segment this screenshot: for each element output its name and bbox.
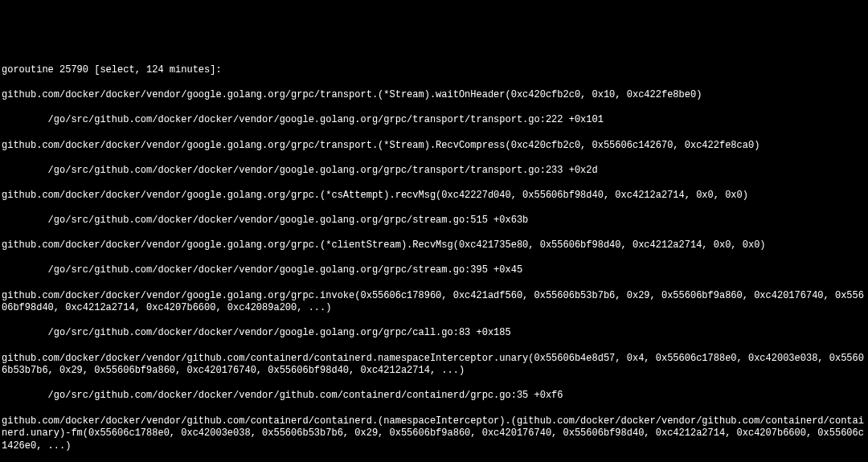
stack-line: github.com/docker/docker/vendor/google.g… [2, 89, 866, 102]
stack-line: /go/src/github.com/docker/docker/vendor/… [2, 327, 866, 340]
terminal-output: goroutine 25790 [select, 124 minutes]: g… [2, 51, 866, 462]
stack-line: github.com/docker/docker/vendor/github.c… [2, 415, 866, 453]
stack-line: /go/src/github.com/docker/docker/vendor/… [2, 264, 866, 277]
stack-line: github.com/docker/docker/vendor/google.g… [2, 140, 866, 153]
stack-line: github.com/docker/docker/vendor/google.g… [2, 239, 866, 252]
stack-line: github.com/docker/docker/vendor/github.c… [2, 353, 866, 378]
stack-line: /go/src/github.com/docker/docker/vendor/… [2, 215, 866, 227]
stack-line: /go/src/github.com/docker/docker/vendor/… [2, 390, 866, 403]
stack-line: /go/src/github.com/docker/docker/vendor/… [2, 165, 866, 178]
goroutine-header: goroutine 25790 [select, 124 minutes]: [2, 64, 866, 77]
stack-line: github.com/docker/docker/vendor/google.g… [2, 190, 866, 202]
stack-line: github.com/docker/docker/vendor/google.g… [2, 290, 866, 315]
stack-line: /go/src/github.com/docker/docker/vendor/… [2, 114, 866, 127]
